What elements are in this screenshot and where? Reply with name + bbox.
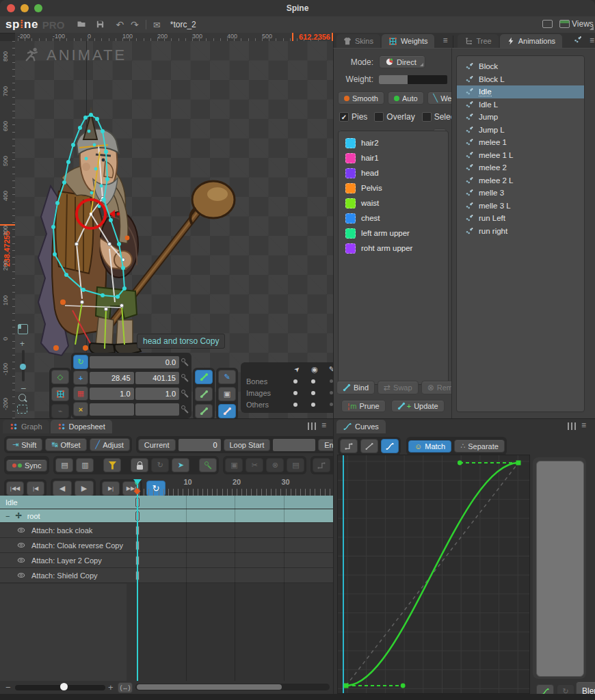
fit-timeline-button[interactable]: (↔) [118, 682, 133, 693]
mode-dropdown[interactable]: Direct [379, 55, 425, 68]
collapse-toggle[interactable]: − [5, 512, 10, 520]
shear-key-icon[interactable] [181, 405, 189, 414]
zoom-in-button[interactable]: + [20, 339, 25, 349]
playhead-triangle[interactable] [133, 479, 142, 485]
weld-button[interactable]: ╲Weld [427, 92, 452, 105]
timeline-row-bone[interactable]: −✢root [0, 509, 333, 523]
bone-compensate-button[interactable] [218, 404, 236, 418]
redo-button[interactable]: ↷ [131, 19, 139, 30]
smooth-button[interactable]: Smooth [338, 92, 384, 105]
blend-button[interactable]: Blend [576, 682, 595, 695]
dopesheet-menu[interactable]: ≡ [321, 420, 326, 430]
visibility-row-images[interactable]: Images [246, 387, 335, 399]
fit-view-icon[interactable] [17, 405, 27, 414]
remove-button[interactable]: ⊗Remove [421, 381, 452, 394]
bone-item[interactable]: waist [339, 196, 448, 211]
filter-keys-icon[interactable] [103, 458, 121, 472]
dopesheet-filter-icon[interactable] [308, 422, 317, 430]
auto-key-icon[interactable]: ↻ [151, 458, 169, 472]
visible-toggle[interactable] [311, 403, 315, 407]
animation-item[interactable]: Jump [457, 111, 584, 124]
key-icon-button[interactable] [199, 458, 217, 472]
tab-curves[interactable]: Curves [336, 420, 386, 433]
scale-tool-button[interactable]: ▦ [73, 386, 88, 401]
timeline-scrollbar-thumb[interactable] [137, 684, 282, 690]
paste-icon[interactable]: ▤ [287, 458, 304, 472]
zoom-slider-handle[interactable] [20, 364, 26, 370]
undo-button[interactable]: ↶ [116, 19, 124, 30]
shear-y-value[interactable] [135, 403, 180, 416]
curve-type-bezier-button[interactable] [381, 439, 399, 453]
bone-item[interactable]: hair2 [339, 135, 448, 150]
current-frame-value[interactable]: 0 [178, 439, 221, 451]
animation-item[interactable]: Block [457, 60, 584, 73]
tab-graph[interactable]: Graph [3, 420, 49, 433]
scale-x-value[interactable]: 1.0 [90, 388, 134, 400]
loop-start-value[interactable] [273, 439, 315, 451]
world-axes-button[interactable] [195, 404, 213, 418]
swap-button[interactable]: ⇄Swap [378, 381, 419, 394]
timeline-row-attachment[interactable]: Attach: back cloak [0, 523, 333, 538]
translate-x-value[interactable]: 28.45 [90, 372, 134, 384]
tab-tree[interactable]: Tree [458, 34, 498, 48]
separate-button[interactable]: ∴Separate [454, 440, 505, 453]
translate-tool-button[interactable]: + [73, 371, 88, 385]
tab-dopesheet[interactable]: Dopesheet [51, 420, 112, 433]
prune-button[interactable]: ¦mPrune [341, 400, 385, 412]
bone-item[interactable]: head [339, 165, 448, 180]
timeline-row-attachment[interactable]: Attach: Cloak reverse Copy [0, 538, 333, 553]
add-curve-button[interactable] [536, 684, 554, 695]
timeline-row-attachment[interactable]: Attach: Shield Copy [0, 568, 333, 583]
animation-item[interactable]: melee 1 L [457, 149, 584, 162]
frame-ruler[interactable]: 0102030 [0, 476, 333, 496]
lock-icon[interactable] [131, 458, 148, 472]
auto-button[interactable]: Auto [388, 92, 424, 105]
export-button[interactable]: ✉ [153, 20, 161, 30]
pose-tool-button[interactable]: ◇ [51, 370, 69, 384]
shear-value-button[interactable]: × [73, 402, 88, 416]
curve-editor[interactable] [337, 455, 530, 694]
animation-item[interactable]: Block L [457, 73, 584, 86]
bone-item[interactable]: roht arm upper [339, 241, 448, 256]
animation-item[interactable]: melle 3 [457, 187, 584, 200]
select-toggle[interactable] [293, 379, 298, 383]
visible-toggle[interactable] [311, 379, 315, 383]
bone-item[interactable]: left arm upper [339, 226, 448, 241]
timeline-scrollbar[interactable] [135, 684, 330, 690]
scale-y-value[interactable]: 1.0 [135, 388, 180, 400]
paste-keys-icon[interactable]: ▥ [76, 458, 94, 472]
rotate-key-icon[interactable] [181, 358, 189, 366]
open-project-button[interactable] [77, 19, 86, 30]
animation-item[interactable]: melee 2 L [457, 174, 584, 187]
animation-item[interactable]: Jump L [457, 124, 584, 137]
translate-key-icon[interactable] [181, 373, 189, 382]
select-toggle[interactable] [293, 391, 298, 395]
animation-item[interactable]: Idle L [457, 98, 584, 111]
timeline-zoom-in[interactable]: + [108, 682, 114, 692]
local-axes-button[interactable] [195, 370, 213, 384]
parent-axes-button[interactable] [195, 387, 213, 401]
views-icon[interactable] [559, 20, 570, 28]
weights-panel-menu[interactable]: ≡ [442, 36, 447, 45]
checkbox-overlay[interactable]: Overlay [374, 112, 414, 122]
visibility-row-bones[interactable]: Bones [246, 375, 335, 387]
timeline-zoom-handle[interactable] [60, 683, 68, 690]
paint-button[interactable]: ✎ [218, 370, 236, 384]
curve-type-stepped-button[interactable] [340, 439, 358, 453]
save-project-button[interactable] [96, 20, 105, 30]
bone-item[interactable]: hair1 [339, 150, 448, 165]
reset-curve-button[interactable]: ↻ [557, 684, 574, 695]
timeline-zoom-out[interactable]: − [5, 682, 11, 692]
zoom-out-button[interactable]: − [21, 383, 26, 394]
bind-button[interactable]: Bind [336, 381, 375, 394]
shift-button[interactable]: ⇥Shift [6, 438, 42, 451]
translate-y-value[interactable]: 401.15 [135, 372, 180, 384]
tab-weights[interactable]: Weights [382, 34, 435, 48]
update-button[interactable]: +Update [391, 400, 445, 412]
weights-tool-button[interactable] [51, 387, 69, 401]
curve-stepped-icon[interactable] [313, 458, 330, 472]
animations-panel-menu[interactable]: ≡ [590, 36, 594, 45]
visibility-row-others[interactable]: Others [246, 399, 335, 410]
shear-x-value[interactable] [90, 403, 134, 416]
tab-animations[interactable]: Animations [500, 34, 562, 48]
